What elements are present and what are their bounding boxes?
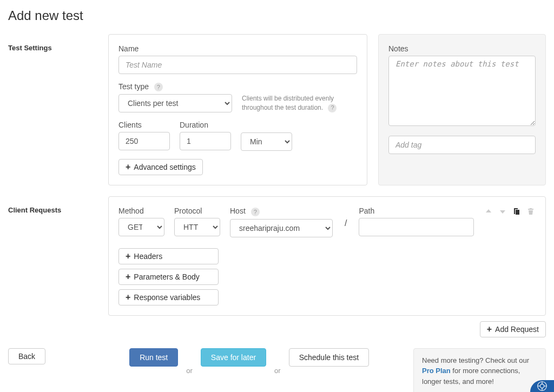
page-title: Add new test <box>8 8 546 23</box>
notes-textarea[interactable] <box>388 56 536 126</box>
plus-icon: + <box>487 325 492 334</box>
clients-label: Clients <box>118 121 170 129</box>
method-label: Method <box>118 207 164 215</box>
parameters-body-button[interactable]: + Parameters & Body <box>118 269 219 285</box>
test-settings-panel: Name Test type ? Clients per test Client… <box>108 34 367 185</box>
add-tag-input[interactable] <box>388 136 536 154</box>
save-for-later-button[interactable]: Save for later <box>201 348 266 367</box>
response-variables-button[interactable]: + Response variables <box>118 289 219 305</box>
schedule-test-button[interactable]: Schedule this test <box>289 348 370 367</box>
notes-panel: Notes <box>378 34 546 185</box>
back-button[interactable]: Back <box>8 348 45 364</box>
path-input[interactable] <box>359 218 474 236</box>
host-select[interactable]: sreeharipraju.com <box>230 219 333 237</box>
client-request-panel: Method GET Protocol HTTP Host ? <box>108 196 546 315</box>
copy-icon[interactable] <box>512 207 522 216</box>
advanced-settings-button[interactable]: + Advanced settings <box>118 159 203 175</box>
or-text: or <box>274 367 281 375</box>
clients-input[interactable] <box>118 132 170 150</box>
method-select[interactable]: GET <box>118 218 164 236</box>
duration-unit-select[interactable]: Min <box>241 132 292 151</box>
run-test-button[interactable]: Run test <box>129 348 178 367</box>
svg-point-1 <box>540 384 544 388</box>
pro-plan-link[interactable]: Pro Plan <box>422 367 451 375</box>
help-icon[interactable]: ? <box>328 104 337 112</box>
headers-button[interactable]: + Headers <box>118 248 219 264</box>
or-text: or <box>186 367 193 375</box>
client-requests-label: Client Requests <box>8 196 97 337</box>
name-label: Name <box>118 44 357 53</box>
test-settings-label: Test Settings <box>8 34 97 185</box>
delete-icon[interactable] <box>526 207 536 216</box>
help-icon[interactable]: ? <box>154 83 163 91</box>
test-type-help-text: Clients will be distributed evenly throu… <box>242 82 357 112</box>
name-input[interactable] <box>118 56 357 74</box>
notes-label: Notes <box>388 44 536 53</box>
test-type-label: Test type ? <box>118 82 232 91</box>
plus-icon: + <box>126 273 130 281</box>
move-down-icon[interactable] <box>498 207 507 216</box>
host-label: Host ? <box>230 207 333 216</box>
duration-label: Duration <box>180 121 231 129</box>
add-request-button[interactable]: + Add Request <box>480 321 546 337</box>
protocol-select[interactable]: HTTP <box>174 218 220 236</box>
test-type-select[interactable]: Clients per test <box>118 94 232 112</box>
promo-box: Need more testing? Check out our Pro Pla… <box>413 348 546 392</box>
path-label: Path <box>359 207 474 215</box>
plus-icon: + <box>126 163 130 171</box>
protocol-label: Protocol <box>174 207 220 215</box>
plus-icon: + <box>126 252 130 261</box>
move-up-icon[interactable] <box>484 207 493 216</box>
duration-input[interactable] <box>180 132 231 150</box>
help-icon[interactable]: ? <box>251 208 260 216</box>
plus-icon: + <box>126 293 130 302</box>
path-separator: / <box>342 218 349 228</box>
